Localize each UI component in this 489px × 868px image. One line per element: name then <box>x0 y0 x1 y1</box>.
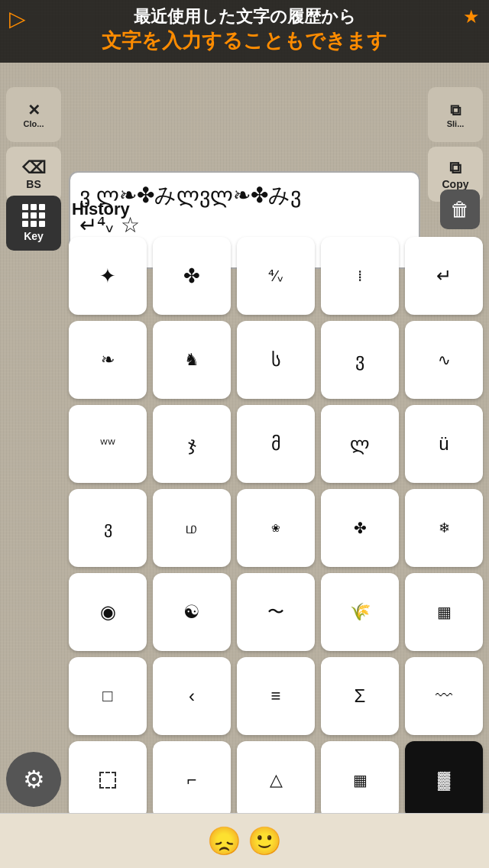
symbol-btn-plant[interactable]: 🌾 <box>321 573 399 651</box>
symbol-btn-cross[interactable]: ✤ <box>153 237 231 315</box>
symbol-btn-georgian2[interactable]: ვ <box>321 321 399 399</box>
annotation-arrow-icon: ▷ <box>9 6 26 31</box>
trash-button[interactable]: 🗑 <box>440 189 480 229</box>
history-header: History 🗑 <box>69 189 483 229</box>
top-button-area: ✕ Clo... ⧉ Sli... ვ ლ❧✤みლვლ❧✤みვ ↵⁴ᵥ ☆ ⌫ … <box>0 84 489 191</box>
symbol-btn-tibetan[interactable]: ❄ <box>405 489 483 567</box>
symbol-btn-equiv[interactable]: ≡ <box>237 657 315 735</box>
symbol-btn-wind[interactable]: 〜 <box>237 573 315 651</box>
symbol-btn-georgian-las[interactable]: ლ <box>321 405 399 483</box>
symbol-btn-georgian1[interactable]: ს <box>237 321 315 399</box>
symbol-btn-corner[interactable]: ⌐ <box>153 741 231 819</box>
symbol-btn-ww[interactable]: ᵂᵂ <box>69 405 147 483</box>
symbol-btn-squiggle[interactable]: 〰 <box>405 657 483 735</box>
symbol-btn-star[interactable]: ✦ <box>69 237 147 315</box>
annotation-star-icon: ★ <box>463 6 480 28</box>
annotation-line2: 文字を入力することもできます <box>12 28 477 54</box>
symbol-btn-maze[interactable]: ▦ <box>405 573 483 651</box>
symbol-btn-square-outline[interactable]: □ <box>69 657 147 735</box>
bottom-bar: 😞 🙂 <box>0 813 489 868</box>
symbol-btn-yin-yang[interactable]: ☯ <box>153 573 231 651</box>
annotation-banner: ▷ ★ 最近使用した文字の履歴から 文字を入力することもできます <box>0 0 489 63</box>
sad-feedback-icon[interactable]: 😞 <box>207 825 241 857</box>
history-section: History 🗑 ✦ ✤ ⁴⁄ᵥ ⁞ ↵ ❧ <box>69 189 483 807</box>
symbol-btn-knight[interactable]: ♞ <box>153 321 231 399</box>
settings-button[interactable]: ⚙ <box>6 752 61 807</box>
backspace-button[interactable]: ⌫ BS <box>6 147 61 202</box>
symbol-btn-curl[interactable]: ვ <box>69 489 147 567</box>
history-icon-button[interactable]: ⧉ Sli... <box>428 87 483 142</box>
symbol-btn-umlaut-u[interactable]: ü <box>405 405 483 483</box>
key-grid-icon <box>22 204 45 227</box>
symbol-btn-tamil[interactable]: ம <box>153 489 231 567</box>
symbol-btn-fleur[interactable]: ❧ <box>69 321 147 399</box>
copy-icon: ⧉ <box>449 158 461 178</box>
symbol-btn-compass[interactable]: ✤ <box>321 489 399 567</box>
clock-icon: ⧉ <box>450 102 461 119</box>
symbol-btn-circle-dot[interactable]: ◉ <box>69 573 147 651</box>
symbol-grid: ✦ ✤ ⁴⁄ᵥ ⁞ ↵ ❧ ♞ ს <box>69 237 483 868</box>
symbol-btn-lotus[interactable]: ❀ <box>237 489 315 567</box>
symbol-btn-less-than[interactable]: ‹ <box>153 657 231 735</box>
close-icon: ✕ <box>28 101 40 119</box>
symbol-btn-georgian-man[interactable]: მ <box>237 405 315 483</box>
settings-gear-icon: ⚙ <box>23 765 45 794</box>
symbol-btn-dashed-square[interactable] <box>69 741 147 819</box>
symbol-btn-return[interactable]: ↵ <box>405 237 483 315</box>
key-button[interactable]: Key <box>6 196 61 251</box>
symbol-btn-georgian-jan[interactable]: ჯ <box>153 405 231 483</box>
backspace-icon: ⌫ <box>22 158 46 178</box>
symbol-btn-block[interactable]: ▓ <box>405 741 483 819</box>
symbol-btn-sigma[interactable]: Σ <box>321 657 399 735</box>
happy-feedback-icon[interactable]: 🙂 <box>248 825 282 857</box>
symbol-btn-fraction[interactable]: ⁴⁄ᵥ <box>237 237 315 315</box>
symbol-btn-wave[interactable]: ∿ <box>405 321 483 399</box>
history-title: History <box>72 199 130 219</box>
annotation-line1: 最近使用した文字の履歴から <box>12 6 477 28</box>
close-button[interactable]: ✕ Clo... <box>6 87 61 142</box>
trash-icon: 🗑 <box>450 198 470 222</box>
symbol-btn-dots-vertical[interactable]: ⁞ <box>321 237 399 315</box>
symbol-btn-triangle[interactable]: △ <box>237 741 315 819</box>
symbol-btn-checker[interactable]: ▦ <box>321 741 399 819</box>
